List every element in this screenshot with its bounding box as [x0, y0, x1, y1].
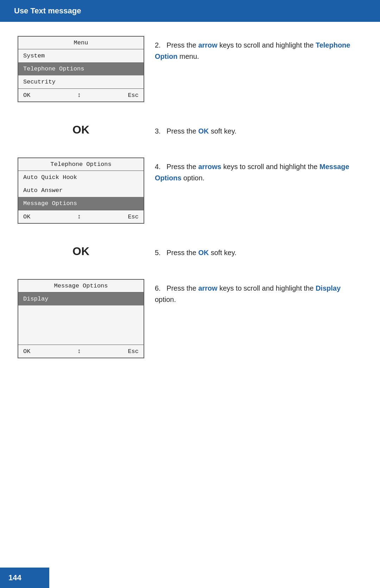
step3-keyword1: OK	[198, 127, 209, 135]
step3-text-after: soft key.	[209, 127, 236, 135]
instruction-text-step2: 2. Press the arrow keys to scroll and hi…	[155, 36, 362, 62]
step2-text-mid: keys to scroll and highlight the	[217, 41, 316, 49]
screen-mock-step2: Menu System Telephone Options Secutrity …	[18, 36, 144, 102]
step4-text-after: option.	[182, 174, 205, 182]
screen-item-auto-answer: Auto Answer	[18, 184, 144, 197]
footer-ok-step4: OK	[23, 213, 30, 220]
step5-text-after: soft key.	[209, 249, 236, 256]
step2-text-after: menu.	[177, 52, 199, 60]
footer-esc-step6: Esc	[128, 348, 139, 355]
step6-text-before: Press the	[166, 284, 198, 292]
instruction-text-step3: 3. Press the OK soft key.	[155, 123, 362, 137]
step4-text-before: Press the	[166, 163, 198, 171]
step6-text-mid: keys to scroll and highlight the	[217, 284, 316, 292]
screen-mock-step4: Telephone Options Auto Quick Hook Auto A…	[18, 157, 144, 224]
header-bar: Use Text message	[0, 0, 380, 22]
footer-ok-step2: OK	[23, 92, 30, 99]
screen-mock-step6: Message Options Display OK ↕ Esc	[18, 279, 144, 358]
step5-text-before: Press the	[166, 249, 198, 256]
footer-arrow-step2: ↕	[77, 92, 81, 99]
step6-keyword1: arrow	[198, 284, 217, 292]
footer-arrow-step4: ↕	[77, 213, 81, 220]
screen-footer-step4: OK ↕ Esc	[18, 210, 144, 223]
instruction-text-step5: 5. Press the OK soft key.	[155, 245, 362, 258]
page-number: 144	[8, 573, 21, 582]
footer-arrow-step6: ↕	[77, 348, 81, 355]
ok-display-step5: OK	[18, 241, 144, 261]
screen-title-step4: Telephone Options	[18, 158, 144, 171]
step6-num: 6.	[155, 284, 165, 292]
footer-ok-step6: OK	[23, 348, 30, 355]
footer-esc-step2: Esc	[128, 92, 139, 99]
screen-item-telephone-options: Telephone Options	[18, 62, 144, 75]
step2-num: 2.	[155, 41, 165, 49]
step-4-row: Telephone Options Auto Quick Hook Auto A…	[18, 157, 362, 224]
step-3-row: OK 3. Press the OK soft key.	[18, 120, 362, 140]
page-footer: 144	[0, 568, 49, 588]
step-2-row: Menu System Telephone Options Secutrity …	[18, 36, 362, 102]
ok-display-step3: OK	[18, 120, 144, 140]
screen-title-step6: Message Options	[18, 280, 144, 292]
screen-item-system: System	[18, 49, 144, 62]
step5-num: 5.	[155, 249, 165, 256]
step4-num: 4.	[155, 163, 165, 171]
screen-item-secutrity: Secutrity	[18, 75, 144, 88]
step2-keyword1: arrow	[198, 41, 217, 49]
step4-text-mid: keys to scroll and highlight the	[221, 163, 319, 171]
step2-text-before: Press the	[166, 41, 198, 49]
step3-num: 3.	[155, 127, 165, 135]
step4-keyword1: arrows	[198, 163, 221, 171]
screen-footer-step2: OK ↕ Esc	[18, 88, 144, 101]
footer-esc-step4: Esc	[128, 213, 139, 220]
screen-item-message-options: Message Options	[18, 197, 144, 210]
screen-title-step2: Menu	[18, 37, 144, 49]
step6-keyword2: Display	[316, 284, 341, 292]
screen-item-empty3	[18, 332, 144, 345]
screen-item-auto-quick-hook: Auto Quick Hook	[18, 171, 144, 184]
instruction-text-step6: 6. Press the arrow keys to scroll and hi…	[155, 279, 362, 305]
step6-text-after: option.	[155, 296, 176, 303]
screen-item-empty1	[18, 305, 144, 318]
step-5-row: OK 5. Press the OK soft key.	[18, 241, 362, 261]
header-title: Use Text message	[14, 6, 81, 15]
step5-keyword1: OK	[198, 249, 209, 256]
content-area: Menu System Telephone Options Secutrity …	[0, 22, 380, 397]
screen-item-display: Display	[18, 292, 144, 305]
screen-item-empty2	[18, 318, 144, 332]
step3-text-before: Press the	[166, 127, 198, 135]
screen-footer-step6: OK ↕ Esc	[18, 345, 144, 358]
step-6-row: Message Options Display OK ↕ Esc 6. Pres…	[18, 279, 362, 358]
instruction-text-step4: 4. Press the arrows keys to scroll and h…	[155, 157, 362, 184]
